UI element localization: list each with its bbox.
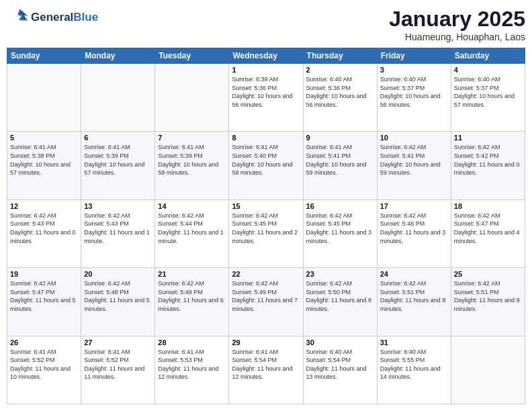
day-info: Sunrise: 6:42 AMSunset: 5:42 PMDaylight:…	[454, 143, 522, 177]
month-title: January 2025	[389, 7, 525, 32]
day-number: 3	[380, 66, 448, 74]
table-row: 14Sunrise: 6:42 AMSunset: 5:44 PMDayligh…	[155, 199, 229, 267]
table-row: 2Sunrise: 6:40 AMSunset: 5:36 PMDaylight…	[303, 64, 377, 132]
day-info: Sunrise: 6:40 AMSunset: 5:37 PMDaylight:…	[380, 75, 448, 109]
week-row-5: 26Sunrise: 6:41 AMSunset: 5:52 PMDayligh…	[7, 336, 525, 404]
table-row: 24Sunrise: 6:42 AMSunset: 5:51 PMDayligh…	[377, 268, 451, 336]
table-row: 18Sunrise: 6:42 AMSunset: 5:47 PMDayligh…	[451, 199, 525, 267]
day-number: 12	[10, 202, 78, 210]
table-row: 28Sunrise: 6:41 AMSunset: 5:53 PMDayligh…	[155, 336, 229, 404]
table-row: 27Sunrise: 6:41 AMSunset: 5:52 PMDayligh…	[81, 336, 155, 404]
day-number: 14	[158, 202, 226, 210]
table-row: 30Sunrise: 6:40 AMSunset: 5:54 PMDayligh…	[303, 336, 377, 404]
day-number: 8	[232, 134, 300, 142]
table-row: 5Sunrise: 6:41 AMSunset: 5:38 PMDaylight…	[7, 132, 81, 199]
day-number: 5	[10, 134, 78, 142]
day-number: 1	[232, 66, 300, 74]
day-info: Sunrise: 6:41 AMSunset: 5:40 PMDaylight:…	[232, 143, 300, 177]
day-number: 25	[454, 270, 522, 278]
logo-text-block: GeneralBlue	[31, 11, 98, 24]
day-number: 6	[84, 134, 152, 142]
day-info: Sunrise: 6:40 AMSunset: 5:37 PMDaylight:…	[454, 75, 522, 109]
table-row: 4Sunrise: 6:40 AMSunset: 5:37 PMDaylight…	[451, 64, 525, 132]
day-info: Sunrise: 6:41 AMSunset: 5:52 PMDaylight:…	[10, 348, 78, 381]
table-row: 25Sunrise: 6:42 AMSunset: 5:51 PMDayligh…	[451, 268, 525, 336]
day-number: 28	[158, 338, 226, 347]
header-wednesday: Wednesday	[229, 48, 303, 64]
day-info: Sunrise: 6:41 AMSunset: 5:38 PMDaylight:…	[10, 143, 78, 177]
day-number: 15	[232, 202, 300, 210]
location: Huameung, Houaphan, Laos	[389, 32, 525, 42]
header: GeneralBlue January 2025 Huameung, Houap…	[7, 7, 525, 42]
day-number: 16	[306, 202, 374, 210]
day-info: Sunrise: 6:42 AMSunset: 5:47 PMDaylight:…	[454, 212, 522, 245]
day-info: Sunrise: 6:41 AMSunset: 5:39 PMDaylight:…	[158, 143, 226, 177]
logo: GeneralBlue	[7, 7, 98, 28]
table-row: 9Sunrise: 6:41 AMSunset: 5:41 PMDaylight…	[303, 132, 377, 199]
header-tuesday: Tuesday	[155, 48, 229, 64]
day-info: Sunrise: 6:41 AMSunset: 5:39 PMDaylight:…	[84, 143, 152, 177]
day-number: 23	[306, 270, 374, 278]
table-row: 29Sunrise: 6:41 AMSunset: 5:54 PMDayligh…	[229, 336, 303, 404]
day-info: Sunrise: 6:42 AMSunset: 5:51 PMDaylight:…	[380, 279, 448, 313]
header-sunday: Sunday	[7, 48, 81, 64]
day-info: Sunrise: 6:41 AMSunset: 5:53 PMDaylight:…	[158, 348, 226, 381]
table-row: 7Sunrise: 6:41 AMSunset: 5:39 PMDaylight…	[155, 132, 229, 199]
day-number: 2	[306, 66, 374, 74]
day-info: Sunrise: 6:40 AMSunset: 5:36 PMDaylight:…	[306, 75, 374, 109]
day-number: 26	[10, 338, 78, 347]
header-thursday: Thursday	[303, 48, 377, 64]
day-info: Sunrise: 6:42 AMSunset: 5:47 PMDaylight:…	[10, 279, 78, 313]
table-row: 13Sunrise: 6:42 AMSunset: 5:43 PMDayligh…	[81, 199, 155, 267]
day-info: Sunrise: 6:42 AMSunset: 5:45 PMDaylight:…	[232, 212, 300, 245]
table-row	[451, 336, 525, 404]
day-info: Sunrise: 6:42 AMSunset: 5:45 PMDaylight:…	[306, 212, 374, 245]
day-number: 18	[454, 202, 522, 210]
header-monday: Monday	[81, 48, 155, 64]
header-friday: Friday	[377, 48, 451, 64]
day-number: 30	[306, 338, 374, 347]
day-info: Sunrise: 6:42 AMSunset: 5:46 PMDaylight:…	[380, 212, 448, 245]
day-number: 24	[380, 270, 448, 278]
day-number: 19	[10, 270, 78, 278]
week-row-1: 1Sunrise: 6:39 AMSunset: 5:36 PMDaylight…	[7, 64, 525, 132]
table-row: 8Sunrise: 6:41 AMSunset: 5:40 PMDaylight…	[229, 132, 303, 199]
day-number: 4	[454, 66, 522, 74]
day-info: Sunrise: 6:40 AMSunset: 5:55 PMDaylight:…	[380, 348, 448, 381]
table-row: 10Sunrise: 6:42 AMSunset: 5:41 PMDayligh…	[377, 132, 451, 199]
day-info: Sunrise: 6:39 AMSunset: 5:36 PMDaylight:…	[232, 75, 300, 109]
table-row: 1Sunrise: 6:39 AMSunset: 5:36 PMDaylight…	[229, 64, 303, 132]
day-number: 22	[232, 270, 300, 278]
day-number: 27	[84, 338, 152, 347]
day-info: Sunrise: 6:42 AMSunset: 5:49 PMDaylight:…	[158, 279, 226, 313]
table-row	[7, 64, 81, 132]
day-number: 10	[380, 134, 448, 142]
week-row-3: 12Sunrise: 6:42 AMSunset: 5:43 PMDayligh…	[7, 199, 525, 267]
table-row: 15Sunrise: 6:42 AMSunset: 5:45 PMDayligh…	[229, 199, 303, 267]
calendar-page: GeneralBlue January 2025 Huameung, Houap…	[0, 0, 532, 411]
day-number: 21	[158, 270, 226, 278]
day-number: 20	[84, 270, 152, 278]
week-row-4: 19Sunrise: 6:42 AMSunset: 5:47 PMDayligh…	[7, 268, 525, 336]
table-row: 17Sunrise: 6:42 AMSunset: 5:46 PMDayligh…	[377, 199, 451, 267]
day-number: 11	[454, 134, 522, 142]
table-row: 3Sunrise: 6:40 AMSunset: 5:37 PMDaylight…	[377, 64, 451, 132]
day-number: 7	[158, 134, 226, 142]
table-row: 20Sunrise: 6:42 AMSunset: 5:48 PMDayligh…	[81, 268, 155, 336]
day-number: 17	[380, 202, 448, 210]
calendar-table: Sunday Monday Tuesday Wednesday Thursday…	[7, 48, 525, 404]
table-row: 22Sunrise: 6:42 AMSunset: 5:49 PMDayligh…	[229, 268, 303, 336]
table-row: 6Sunrise: 6:41 AMSunset: 5:39 PMDaylight…	[81, 132, 155, 199]
day-info: Sunrise: 6:42 AMSunset: 5:41 PMDaylight:…	[380, 143, 448, 177]
day-info: Sunrise: 6:42 AMSunset: 5:43 PMDaylight:…	[10, 212, 78, 245]
table-row: 19Sunrise: 6:42 AMSunset: 5:47 PMDayligh…	[7, 268, 81, 336]
day-info: Sunrise: 6:41 AMSunset: 5:54 PMDaylight:…	[232, 348, 300, 381]
table-row: 16Sunrise: 6:42 AMSunset: 5:45 PMDayligh…	[303, 199, 377, 267]
logo-icon	[7, 7, 28, 28]
table-row: 12Sunrise: 6:42 AMSunset: 5:43 PMDayligh…	[7, 199, 81, 267]
title-block: January 2025 Huameung, Houaphan, Laos	[389, 7, 525, 42]
table-row: 26Sunrise: 6:41 AMSunset: 5:52 PMDayligh…	[7, 336, 81, 404]
day-info: Sunrise: 6:42 AMSunset: 5:43 PMDaylight:…	[84, 212, 152, 245]
table-row: 31Sunrise: 6:40 AMSunset: 5:55 PMDayligh…	[377, 336, 451, 404]
day-number: 29	[232, 338, 300, 347]
